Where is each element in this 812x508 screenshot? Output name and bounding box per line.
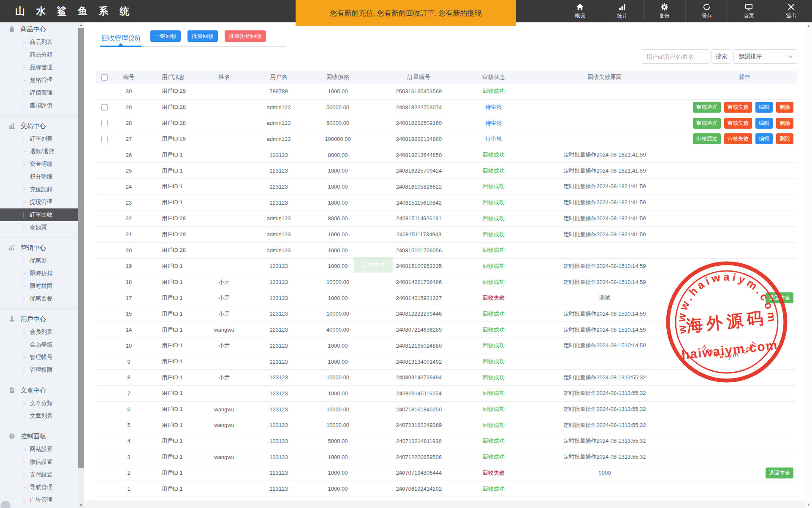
sidebar-section-control[interactable]: 控制面板 <box>0 430 78 443</box>
delete-button[interactable]: 删除 <box>776 118 793 129</box>
edit-button[interactable]: 编輯 <box>755 102 773 113</box>
row-check-cell <box>96 100 113 115</box>
nav-stats[interactable]: 统计 <box>601 0 643 22</box>
audit-fail-button[interactable]: 审核失败 <box>724 102 752 113</box>
nav-home[interactable]: 首页 <box>728 0 770 22</box>
sidebar-item-trade-6[interactable]: ├訂單回收 <box>0 208 78 221</box>
cell-id: 22 <box>113 211 145 227</box>
sidebar-section-goods[interactable]: 商品中心 <box>0 22 78 36</box>
batch-recycle-button[interactable]: 批量回收 <box>187 30 218 42</box>
tab-recycle-management[interactable]: 回收管理(26) <box>100 30 141 47</box>
one-click-recycle-button[interactable]: 一键回收 <box>150 30 181 42</box>
sidebar-item-control-2[interactable]: ├支付設置 <box>0 468 78 481</box>
corner-widget[interactable] <box>0 501 11 508</box>
sidebar-scrollbar-thumb[interactable] <box>78 28 84 468</box>
table-row: 1用戶ID:11231231000.00240706192414202回收成功 <box>96 481 797 497</box>
row-checkbox[interactable] <box>101 104 108 111</box>
sidebar-item-trade-0[interactable]: ├訂單列表 <box>0 132 78 145</box>
batch-reject-recycle-button[interactable]: 批量拒絕回收 <box>225 30 266 42</box>
sidebar-item-trade-4[interactable]: ├充值記錄 <box>0 183 78 196</box>
sidebar-item-marketing-2[interactable]: ├限时拼团 <box>0 280 78 292</box>
cell-username: 123123 <box>249 322 309 338</box>
branch-icon: ├ <box>22 149 26 154</box>
sidebar-item-goods-3[interactable]: ├規格管理 <box>0 74 78 86</box>
scroll-up-icon[interactable]: ▲ <box>78 22 84 28</box>
sidebar-item-trade-7[interactable]: ├余額寶 <box>0 221 78 234</box>
nav-logout[interactable]: 退出 <box>770 0 812 22</box>
sidebar-item-marketing-3[interactable]: ├优惠套餐 <box>0 292 78 305</box>
cell-status: 回收成功 <box>471 481 516 497</box>
sidebar-item-trade-3[interactable]: ├积分明细 <box>0 170 78 183</box>
status-badge: 回收成功 <box>483 342 505 349</box>
page-scrollbar[interactable]: ▲ ▼ <box>805 22 812 508</box>
sidebar-item-trade-1[interactable]: ├退款/退貨 <box>0 145 78 158</box>
sidebar-section-article[interactable]: 文章中心 <box>0 384 78 397</box>
search-input[interactable] <box>642 49 709 64</box>
scroll-down-icon[interactable]: ▼ <box>805 503 812 507</box>
cell-status: 回收成功 <box>471 179 516 195</box>
sort-select[interactable]: 默認排序 <box>733 49 797 64</box>
sidebar-item-trade-2[interactable]: ├资金明细 <box>0 158 78 170</box>
sidebar-item-control-3[interactable]: ├导航管理 <box>0 481 78 494</box>
cell-user-info: 用戶ID:1 <box>145 433 200 449</box>
sidebar-item-label: 会员列表 <box>30 328 53 336</box>
sidebar-item-trade-5[interactable]: ├提現管理 <box>0 196 78 208</box>
sidebar-item-marketing-0[interactable]: ├优惠券 <box>0 254 78 267</box>
branch-icon: ├ <box>22 459 26 465</box>
sidebar-item-user-3[interactable]: ├管理权限 <box>0 364 78 376</box>
audit-pass-button[interactable]: 审核通过 <box>693 118 721 129</box>
edit-button[interactable]: 编輯 <box>755 133 773 144</box>
nav-cache[interactable]: 缓存 <box>685 0 728 22</box>
delete-button[interactable]: 删除 <box>776 102 793 113</box>
cell-fail-reason: 0000 <box>516 465 693 481</box>
sidebar-scrollbar[interactable]: ▲ ▼ <box>78 22 84 508</box>
cell-id: 23 <box>113 195 145 211</box>
sidebar-section-user[interactable]: 用戶中心 <box>0 312 78 326</box>
sidebar-item-user-1[interactable]: ├会员等级 <box>0 338 78 351</box>
branch-icon: ├ <box>22 199 26 205</box>
cell-user-info: 用戶ID:1 <box>145 449 200 465</box>
cell-actions <box>693 449 797 465</box>
scroll-down-icon[interactable]: ▼ <box>78 503 84 508</box>
sidebar-item-goods-4[interactable]: ├評價管理 <box>0 86 78 99</box>
sidebar-item-control-0[interactable]: ├网站設置 <box>0 443 78 456</box>
sidebar-item-article-1[interactable]: ├文章列表 <box>0 410 78 422</box>
sidebar-section-trade[interactable]: 交易中心 <box>0 119 78 132</box>
audit-pass-button[interactable]: 审核通过 <box>693 133 721 144</box>
row-check-cell <box>96 227 113 242</box>
toolbar: 一键回收批量回收批量拒絕回收 <box>150 30 266 42</box>
select-all-checkbox[interactable] <box>101 74 108 81</box>
sidebar-item-marketing-1[interactable]: ├限時折扣 <box>0 267 78 280</box>
row-checkbox[interactable] <box>101 136 108 142</box>
table-row: 15用戶ID:1小亓12312310000.00240812222239446回… <box>96 306 797 322</box>
sidebar-section-marketing[interactable]: 营销中心 <box>0 241 78 254</box>
delete-button[interactable]: 删除 <box>776 133 793 144</box>
audit-pass-button[interactable]: 审核通过 <box>693 102 721 113</box>
sidebar-item-control-4[interactable]: ├广告管理 <box>0 494 78 506</box>
cell-username: 123123 <box>249 179 309 195</box>
cell-name: 小亓 <box>200 338 249 354</box>
cell-name: 小亓 <box>200 274 249 290</box>
sidebar-item-control-1[interactable]: ├微信設置 <box>0 456 78 468</box>
nav-overview[interactable]: 概况 <box>559 0 601 22</box>
scroll-up-icon[interactable]: ▲ <box>805 24 812 28</box>
row-checkbox[interactable] <box>101 120 108 126</box>
nav-backup[interactable]: 备份 <box>643 0 685 22</box>
sidebar-item-goods-0[interactable]: ├商品列表 <box>0 36 78 49</box>
sidebar-item-user-2[interactable]: ├管理帳号 <box>0 351 78 364</box>
refund-principal-button[interactable]: 退回本金 <box>766 467 793 478</box>
sidebar-item-goods-1[interactable]: ├商品分類 <box>0 49 78 61</box>
sidebar-item-article-0[interactable]: ├文章分類 <box>0 397 78 410</box>
search-button[interactable]: 搜索 <box>712 49 731 64</box>
refund-principal-button[interactable]: 退回本金 <box>766 292 793 303</box>
sidebar-item-goods-5[interactable]: ├虛拟評價 <box>0 99 78 112</box>
sidebar-item-user-0[interactable]: ├会员列表 <box>0 326 78 338</box>
header-check-cell <box>96 71 113 84</box>
audit-fail-button[interactable]: 审核失败 <box>724 118 752 129</box>
edit-button[interactable]: 编輯 <box>755 118 773 129</box>
sidebar-item-goods-2[interactable]: ├品牌管理 <box>0 61 78 74</box>
cell-id: 10 <box>113 338 145 354</box>
audit-fail-button[interactable]: 审核失败 <box>724 133 752 144</box>
column-header-price: 回收價格 <box>309 71 367 84</box>
cell-actions <box>693 306 797 322</box>
